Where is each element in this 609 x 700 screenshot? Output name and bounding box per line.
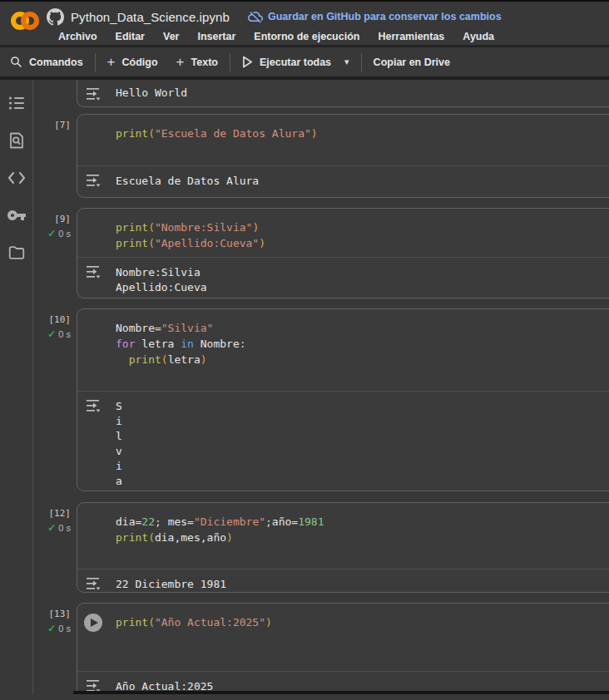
viewport-bottom-edge <box>73 691 609 694</box>
output-text: S <box>116 399 609 414</box>
code-editor[interactable]: print("Año Actual:2025") <box>77 604 609 671</box>
output-lines: Escuela de Datos Alura <box>116 174 609 189</box>
output-toggle-icon[interactable] <box>85 86 102 102</box>
output-toggle-icon[interactable] <box>85 575 102 592</box>
code-line: print(dia,mes,año) <box>116 530 609 545</box>
title-row: Python_Data_Science.ipynb Guardar en Git… <box>47 6 502 27</box>
notebook-title[interactable]: Python_Data_Science.ipynb <box>71 10 230 24</box>
add-text-label: Texto <box>191 57 218 68</box>
code-line: for letra in Nombre: <box>116 336 609 352</box>
code-editor[interactable]: Nombre="Silvia"for letra in Nombre: prin… <box>77 309 609 391</box>
chevron-down-icon[interactable]: ▾ <box>344 57 349 67</box>
output-toggle-icon[interactable] <box>85 397 102 414</box>
execution-time: 0 s <box>58 329 71 339</box>
run-all-label: Ejecutar todas <box>260 57 331 68</box>
toolbar-divider <box>95 53 96 71</box>
code-line: print("Escuela de Datos Alura") <box>116 126 609 141</box>
commands-label: Comandos <box>29 57 83 68</box>
output-lines: Silvia <box>116 399 609 489</box>
execution-status: ✓ 0 s <box>36 623 71 634</box>
plus-icon: + <box>107 55 116 69</box>
colab-window: Python_Data_Science.ipynb Guardar en Git… <box>0 0 609 700</box>
code-cell[interactable]: [10] ✓ 0 s Nombre="Silvia"for letra in N… <box>77 308 609 491</box>
github-icon <box>47 8 64 26</box>
code-snippets-icon[interactable] <box>7 168 27 188</box>
check-icon: ✓ <box>47 328 56 340</box>
code-cell[interactable]: [9] ✓ 0 s print("Nombre:Silvia")print("A… <box>77 208 609 298</box>
output-text: Escuela de Datos Alura <box>116 174 609 189</box>
save-link-label: Guardar en GitHub para conservar los cam… <box>268 11 502 22</box>
menu-bar: Archivo Editar Ver Insertar Entorno de e… <box>47 27 502 45</box>
code-lines: print("Año Actual:2025") <box>116 614 609 630</box>
code-editor[interactable]: dia=22; mes="Diciembre";año=1981print(di… <box>77 503 609 569</box>
output-text: i <box>116 459 609 474</box>
code-lines: Nombre="Silvia"for letra in Nombre: prin… <box>116 320 609 367</box>
cell-output: Nombre:SilviaApellido:Cueva <box>77 257 609 298</box>
code-lines: print("Nombre:Silvia")print("Apellido:Cu… <box>116 219 609 251</box>
code-editor[interactable]: print("Escuela de Datos Alura") <box>77 115 609 165</box>
code-cell-partial[interactable]: Hello World <box>77 80 609 107</box>
code-cell[interactable]: [13] ✓ 0 s print("Año Actual:2025") Año … <box>77 603 609 694</box>
menu-ayuda[interactable]: Ayuda <box>463 31 494 42</box>
cell-gutter: [9] ✓ 0 s <box>36 214 71 239</box>
left-sidebar <box>0 80 33 694</box>
code-line: print("Apellido:Cueva") <box>116 235 609 251</box>
code-lines: dia=22; mes="Diciembre";año=1981print(di… <box>116 514 609 545</box>
commands-button[interactable]: Comandos <box>10 56 83 68</box>
execution-time: 0 s <box>58 624 71 633</box>
plus-icon: + <box>176 55 185 69</box>
add-text-button[interactable]: + Texto <box>176 55 218 69</box>
menu-ver[interactable]: Ver <box>163 31 179 42</box>
execution-count: [13] <box>36 609 71 619</box>
output-text: Hello World <box>116 86 609 101</box>
menu-insertar[interactable]: Insertar <box>197 31 235 42</box>
execution-status: ✓ 0 s <box>36 328 71 340</box>
code-cell[interactable]: [12] ✓ 0 s dia=22; mes="Diciembre";año=1… <box>77 502 609 593</box>
execution-count: [10] <box>36 314 71 325</box>
save-to-github-link[interactable]: Guardar en GitHub para conservar los cam… <box>248 9 502 24</box>
play-icon <box>91 619 98 627</box>
cell-output: 22 Diciembre 1981 <box>77 569 609 592</box>
copy-to-drive-label: Copiar en Drive <box>374 57 450 68</box>
output-toggle-icon[interactable] <box>85 264 102 280</box>
header-main: Python_Data_Science.ipynb Guardar en Git… <box>47 2 502 45</box>
cell-output: Escuela de Datos Alura <box>77 165 609 197</box>
run-all-button[interactable]: Ejecutar todas ▾ <box>242 56 349 68</box>
check-icon: ✓ <box>47 623 56 634</box>
execution-count: [7] <box>36 120 71 131</box>
code-line: dia=22; mes="Diciembre";año=1981 <box>116 514 609 530</box>
code-editor[interactable]: print("Nombre:Silvia")print("Apellido:Cu… <box>77 209 609 257</box>
output-text: i <box>116 414 609 429</box>
table-of-contents-icon[interactable] <box>7 93 27 113</box>
output-text: Nombre:Silvia <box>116 265 609 280</box>
code-line: print("Año Actual:2025") <box>116 614 609 630</box>
cell-gutter: [7] <box>36 120 71 131</box>
copy-to-drive-button[interactable]: Copiar en Drive <box>374 57 450 68</box>
execution-time: 0 s <box>58 523 71 533</box>
cell-gutter: [13] ✓ 0 s <box>36 609 71 634</box>
code-cell[interactable]: [7] print("Escuela de Datos Alura") Escu… <box>77 114 609 198</box>
execution-count: [12] <box>36 508 71 519</box>
notebook-scroll-area[interactable]: Hello World [7] print("Escuela de Datos … <box>33 80 609 694</box>
toolbar-divider <box>361 53 362 71</box>
output-text: a <box>116 474 609 489</box>
add-code-button[interactable]: + Código <box>107 55 158 69</box>
execution-status: ✓ 0 s <box>36 522 71 534</box>
colab-logo[interactable] <box>11 11 39 31</box>
secrets-key-icon[interactable] <box>7 205 27 225</box>
menu-entorno-ejecucion[interactable]: Entorno de ejecución <box>254 31 359 42</box>
run-cell-button[interactable] <box>84 614 102 632</box>
notebook-toolbar: Comandos + Código + Texto Ejecutar todas… <box>0 47 609 80</box>
files-folder-icon[interactable] <box>7 243 27 263</box>
code-line: print(letra) <box>116 352 609 367</box>
menu-herramientas[interactable]: Herramientas <box>378 31 444 42</box>
output-toggle-icon[interactable] <box>85 172 102 189</box>
menu-archivo[interactable]: Archivo <box>58 31 97 42</box>
menu-editar[interactable]: Editar <box>116 31 145 42</box>
find-in-document-icon[interactable] <box>7 131 27 150</box>
execution-time: 0 s <box>58 229 71 239</box>
code-lines: print("Escuela de Datos Alura") <box>116 126 609 141</box>
cell-output: Hello World <box>77 80 609 106</box>
app-header: Python_Data_Science.ipynb Guardar en Git… <box>0 2 609 47</box>
output-lines: Nombre:SilviaApellido:Cueva <box>116 265 609 295</box>
